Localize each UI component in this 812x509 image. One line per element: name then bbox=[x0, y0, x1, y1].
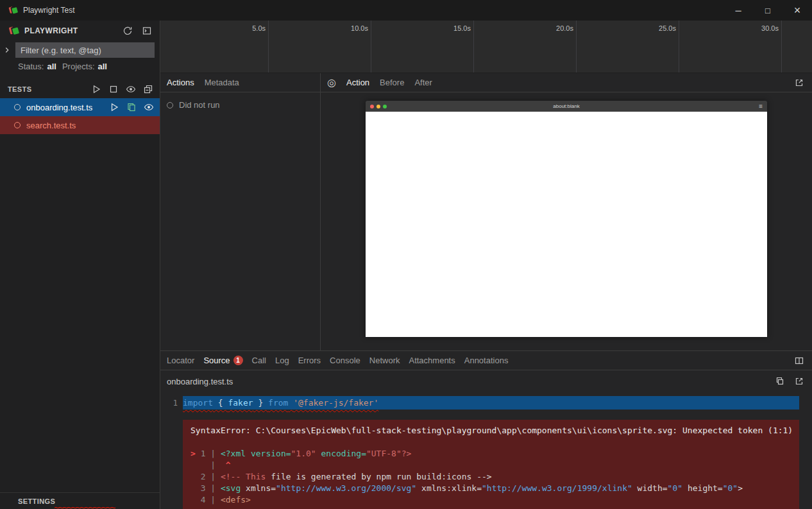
tab-log[interactable]: Log bbox=[275, 356, 289, 365]
toggle-output-button[interactable] bbox=[140, 24, 153, 37]
status-label: Status: bbox=[18, 62, 44, 71]
line-number: 1 bbox=[165, 399, 178, 408]
snapshot-page bbox=[366, 112, 767, 337]
test-name: onboarding.test.ts bbox=[26, 103, 92, 112]
tab-annotations[interactable]: Annotations bbox=[464, 356, 509, 365]
collapse-all-button[interactable] bbox=[142, 83, 155, 96]
error-count-badge: 1 bbox=[233, 356, 243, 365]
source-file-name: onboarding.test.ts bbox=[167, 377, 233, 386]
actions-list: Did not run bbox=[160, 92, 320, 350]
status-summary: Status: all Projects: all bbox=[0, 59, 160, 75]
did-not-run-row: Did not run bbox=[160, 92, 320, 117]
error-frame-line-3: 3 | <svg xmlns="http://www.w3.org/2000/s… bbox=[190, 483, 791, 494]
actions-panel: Actions Metadata Did not run bbox=[160, 73, 321, 350]
open-source-button[interactable] bbox=[126, 101, 137, 114]
source-line-content: import { faker } from '@faker-js/faker' bbox=[183, 396, 799, 410]
timeline-tick-label: 20.0s bbox=[556, 24, 573, 32]
tab-after[interactable]: After bbox=[414, 78, 432, 87]
actions-tabbar: Actions Metadata bbox=[160, 73, 320, 92]
close-icon: × bbox=[794, 4, 801, 17]
filter-row bbox=[0, 41, 160, 59]
snapshot-tabbar: ◎ Action Before After bbox=[321, 73, 812, 92]
error-frame-caret-line: | ^ bbox=[190, 460, 791, 471]
timeline-tick-label: 30.0s bbox=[761, 24, 779, 32]
minimize-button[interactable]: ─ bbox=[723, 0, 753, 21]
filter-input[interactable] bbox=[15, 42, 155, 58]
did-not-run-label: Did not run bbox=[179, 100, 220, 110]
test-item-search[interactable]: search.test.ts bbox=[0, 116, 160, 134]
timeline-segment: 15.0s bbox=[371, 21, 474, 73]
maximize-icon: □ bbox=[765, 6, 770, 15]
maximize-button[interactable]: □ bbox=[753, 0, 782, 21]
pick-locator-icon[interactable]: ◎ bbox=[327, 78, 336, 88]
window-title: Playwright Test bbox=[23, 6, 74, 15]
error-message: SyntaxError: C:\Courses\EpicWeb\full-sta… bbox=[190, 425, 791, 436]
tab-actions[interactable]: Actions bbox=[167, 78, 194, 87]
source-line-1: 1 import { faker } from '@faker-js/faker… bbox=[165, 396, 799, 410]
snapshot-viewport: about:blank ≡ bbox=[321, 92, 812, 350]
syntax-error-panel: SyntaxError: C:\Courses\EpicWeb\full-sta… bbox=[183, 420, 799, 509]
traffic-lights-icon bbox=[370, 105, 396, 108]
address-bar: about:blank bbox=[396, 103, 737, 109]
close-button[interactable]: × bbox=[782, 0, 812, 21]
tests-section-header: TESTS bbox=[0, 80, 160, 98]
playwright-ui-window: Playwright Test ─ □ × PLAYWRIGHT bbox=[0, 0, 812, 509]
playwright-logo-icon bbox=[8, 5, 18, 15]
details-tabbar: Locator Source 1 Call Log Errors Console… bbox=[160, 351, 812, 370]
tab-source-label: Source bbox=[203, 356, 230, 365]
sidebar-title: PLAYWRIGHT bbox=[24, 26, 78, 35]
chevron-right-icon[interactable] bbox=[0, 46, 14, 55]
open-in-editor-icon[interactable] bbox=[793, 375, 806, 388]
settings-section-title: SETTINGS bbox=[18, 497, 55, 505]
tab-action[interactable]: Action bbox=[346, 78, 369, 87]
watch-test-button[interactable] bbox=[143, 101, 155, 114]
reload-tests-button[interactable] bbox=[121, 24, 134, 37]
status-circle-icon bbox=[167, 102, 173, 108]
tab-locator[interactable]: Locator bbox=[167, 356, 194, 365]
hamburger-menu-icon: ≡ bbox=[737, 103, 763, 110]
minimize-icon: ─ bbox=[735, 6, 741, 15]
timeline-segment: 20.0s bbox=[474, 21, 577, 73]
projects-filter-value[interactable]: all bbox=[98, 62, 107, 71]
tab-attachments[interactable]: Attachments bbox=[409, 356, 455, 365]
toggle-split-view-button[interactable] bbox=[793, 354, 806, 367]
error-frame-line-1: > 1 | <?xml version="1.0" encoding="UTF-… bbox=[190, 448, 791, 460]
timeline-tick-label: 5.0s bbox=[252, 24, 266, 32]
browser-chrome: about:blank ≡ bbox=[366, 101, 767, 112]
timeline-tick-label: 15.0s bbox=[453, 24, 471, 32]
main-area: 5.0s 10.0s 15.0s 20.0s 25.0s 30.0s Actio… bbox=[160, 21, 812, 509]
test-name: search.test.ts bbox=[26, 121, 76, 130]
tab-source[interactable]: Source 1 bbox=[203, 356, 242, 365]
tests-section-title: TESTS bbox=[8, 85, 31, 93]
run-test-button[interactable] bbox=[108, 101, 120, 114]
tab-errors[interactable]: Errors bbox=[298, 356, 321, 365]
sidebar: PLAYWRIGHT Status: all Projects: all TES… bbox=[0, 21, 160, 509]
tab-before[interactable]: Before bbox=[380, 78, 404, 87]
snapshot-panel: ◎ Action Before After about:blank ≡ bbox=[321, 73, 812, 350]
run-all-tests-button[interactable] bbox=[90, 83, 103, 96]
open-snapshot-external-button[interactable] bbox=[793, 76, 806, 89]
timeline-segment: 25.0s bbox=[577, 21, 679, 73]
test-item-onboarding[interactable]: onboarding.test.ts bbox=[0, 98, 160, 116]
copy-icon[interactable] bbox=[774, 375, 786, 388]
timeline[interactable]: 5.0s 10.0s 15.0s 20.0s 25.0s 30.0s bbox=[160, 21, 812, 73]
middle-split: Actions Metadata Did not run ◎ Action Be… bbox=[160, 73, 812, 350]
sidebar-header: PLAYWRIGHT bbox=[0, 21, 160, 41]
timeline-tick-label: 10.0s bbox=[351, 24, 368, 32]
error-frame-line-2: 2 | <!-- This file is generated by npm r… bbox=[190, 471, 791, 483]
stop-button[interactable] bbox=[107, 83, 120, 96]
tab-console[interactable]: Console bbox=[330, 356, 360, 365]
playwright-logo-icon bbox=[8, 25, 19, 37]
tab-call[interactable]: Call bbox=[252, 356, 266, 365]
details-panel: Locator Source 1 Call Log Errors Console… bbox=[160, 350, 812, 509]
projects-label: Projects: bbox=[62, 62, 95, 71]
timeline-segment: 30.0s bbox=[679, 21, 782, 73]
browser-snapshot-window: about:blank ≡ bbox=[366, 101, 767, 337]
timeline-segment: 5.0s bbox=[160, 21, 269, 73]
source-view[interactable]: 1 import { faker } from '@faker-js/faker… bbox=[160, 392, 812, 509]
settings-section-header[interactable]: SETTINGS bbox=[0, 492, 160, 509]
status-filter-value[interactable]: all bbox=[47, 62, 56, 71]
watch-all-button[interactable] bbox=[124, 83, 137, 96]
tab-metadata[interactable]: Metadata bbox=[205, 78, 239, 87]
tab-network[interactable]: Network bbox=[369, 356, 400, 365]
